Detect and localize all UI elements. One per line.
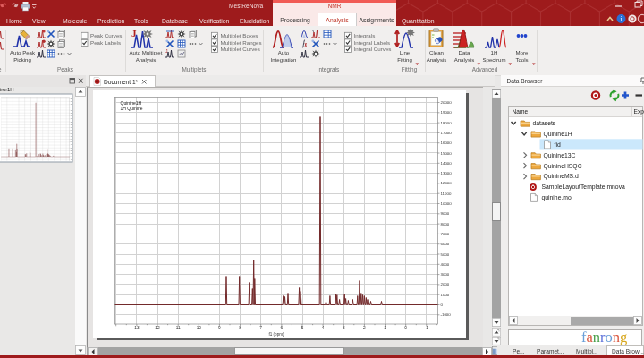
svg-text:QuinineHSQC: QuinineHSQC — [544, 163, 582, 170]
svg-text:fid: fid — [555, 141, 561, 148]
svg-text:datasets: datasets — [533, 120, 556, 126]
svg-text:quinine.mol: quinine.mol — [542, 194, 573, 201]
svg-text:QuinineMS.d: QuinineMS.d — [544, 173, 580, 180]
svg-text:Quinine13C: Quinine13C — [544, 152, 576, 159]
svg-text:Quinine1H: Quinine1H — [544, 131, 572, 138]
svg-text:SampleLayoutTemplate.mnova: SampleLayoutTemplate.mnova — [542, 183, 626, 191]
